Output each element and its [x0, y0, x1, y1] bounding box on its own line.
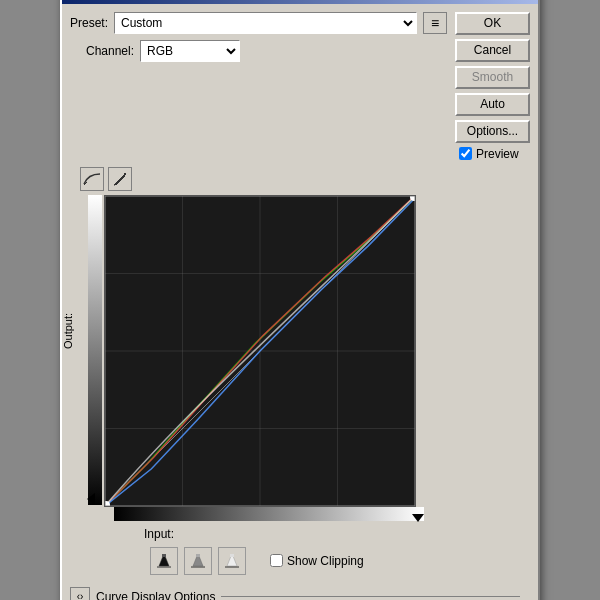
channel-select[interactable]: RGB Red Green Blue — [140, 40, 240, 62]
cancel-button[interactable]: Cancel — [455, 39, 530, 62]
preview-checkbox[interactable] — [459, 147, 472, 160]
output-label: Output: — [62, 311, 74, 351]
show-clipping-row: Show Clipping — [270, 554, 364, 568]
top-section: Preset: Custom Default Strong Contrast L… — [70, 12, 530, 161]
gray-eyedropper-button[interactable] — [184, 547, 212, 575]
preset-select[interactable]: Custom Default Strong Contrast Linear Co… — [114, 12, 417, 34]
channel-row: Channel: RGB Red Green Blue — [70, 40, 447, 62]
curve-canvas[interactable] — [104, 195, 416, 507]
ok-button[interactable]: OK — [455, 12, 530, 35]
pencil-tool-button[interactable] — [108, 167, 132, 191]
curve-tool-button[interactable] — [80, 167, 104, 191]
expand-curve-display-button[interactable]: ‹› — [70, 587, 90, 601]
smooth-button[interactable]: Smooth — [455, 66, 530, 89]
black-eyedropper-button[interactable] — [150, 547, 178, 575]
main-area: Output: — [70, 167, 530, 601]
preset-options-button[interactable]: ≡ — [423, 12, 447, 34]
curve-display-divider — [221, 596, 520, 597]
canvas-wrap — [88, 195, 424, 521]
preview-wrap: Preview — [455, 147, 530, 161]
preset-label: Preset: — [70, 16, 108, 30]
preview-label[interactable]: Preview — [476, 147, 519, 161]
preset-row: Preset: Custom Default Strong Contrast L… — [70, 12, 447, 34]
svg-rect-2 — [196, 554, 200, 557]
canvas-section: Output: — [70, 195, 530, 521]
channel-label: Channel: — [86, 44, 134, 58]
white-eyedropper-button[interactable] — [218, 547, 246, 575]
show-clipping-label[interactable]: Show Clipping — [287, 554, 364, 568]
v-gradient-container — [88, 195, 104, 505]
h-gradient-container — [104, 507, 424, 521]
top-left: Preset: Custom Default Strong Contrast L… — [70, 12, 447, 62]
h-gradient-bar — [114, 507, 424, 521]
left-area: Output: — [70, 167, 530, 601]
canvas-and-vgrad — [88, 195, 424, 507]
options-button[interactable]: Options... — [455, 120, 530, 143]
v-slider[interactable] — [87, 493, 95, 505]
h-slider[interactable] — [412, 514, 424, 522]
svg-rect-0 — [162, 554, 166, 557]
auto-button[interactable]: Auto — [455, 93, 530, 116]
input-row: Input: — [94, 527, 530, 541]
dialog-body: Preset: Custom Default Strong Contrast L… — [62, 4, 538, 601]
eyedropper-row: Show Clipping — [150, 547, 530, 575]
curves-dialog: Curves ✕ Preset: Custom Default Strong C… — [60, 0, 540, 600]
input-label: Input: — [144, 527, 174, 541]
v-gradient-bar — [88, 195, 102, 505]
svg-rect-4 — [230, 554, 234, 557]
curve-display-label: Curve Display Options — [96, 590, 215, 601]
right-button-panel: OK Cancel Smooth Auto Options... Preview — [455, 12, 530, 161]
show-clipping-checkbox[interactable] — [270, 554, 283, 567]
curve-display-row: ‹› Curve Display Options — [70, 583, 530, 601]
tool-row — [70, 167, 530, 191]
